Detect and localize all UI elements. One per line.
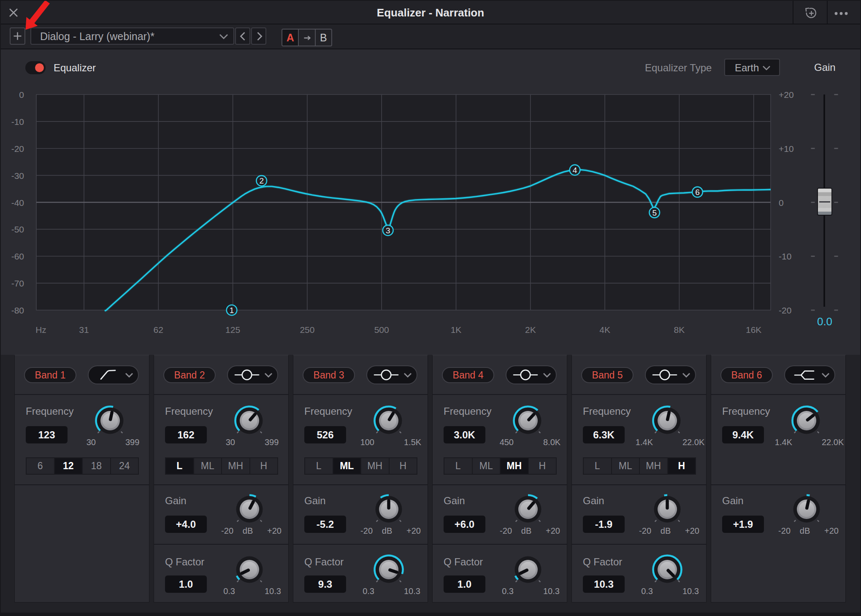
svg-text:16K: 16K [746,325,761,335]
svg-text:Hz: Hz [35,325,46,335]
svg-text:500: 500 [374,325,389,335]
svg-text:-30: -30 [11,171,24,181]
svg-text:62: 62 [154,325,163,335]
svg-text:4K: 4K [599,325,610,335]
svg-text:1K: 1K [451,325,462,335]
svg-text:-40: -40 [11,198,24,208]
svg-text:-10: -10 [779,251,791,261]
svg-text:31: 31 [79,325,89,335]
svg-text:125: 125 [225,325,240,335]
svg-text:5: 5 [652,208,657,217]
svg-text:1: 1 [230,306,234,315]
svg-text:0: 0 [19,90,24,100]
svg-text:0: 0 [779,198,784,208]
svg-text:-50: -50 [11,224,24,234]
svg-text:-20: -20 [779,305,791,315]
svg-text:3: 3 [386,226,390,235]
svg-text:+20: +20 [779,90,794,100]
svg-text:-20: -20 [11,144,24,154]
svg-text:0.0: 0.0 [817,315,832,328]
svg-text:8K: 8K [674,325,685,335]
svg-text:-80: -80 [11,305,24,315]
svg-text:+10: +10 [779,144,794,154]
svg-text:2K: 2K [525,325,536,335]
svg-text:4: 4 [573,166,577,175]
svg-text:2: 2 [259,176,264,185]
svg-text:250: 250 [300,325,314,335]
svg-text:6: 6 [695,188,700,197]
svg-text:-60: -60 [11,251,24,261]
svg-text:-70: -70 [11,278,24,288]
svg-text:-10: -10 [11,117,24,127]
